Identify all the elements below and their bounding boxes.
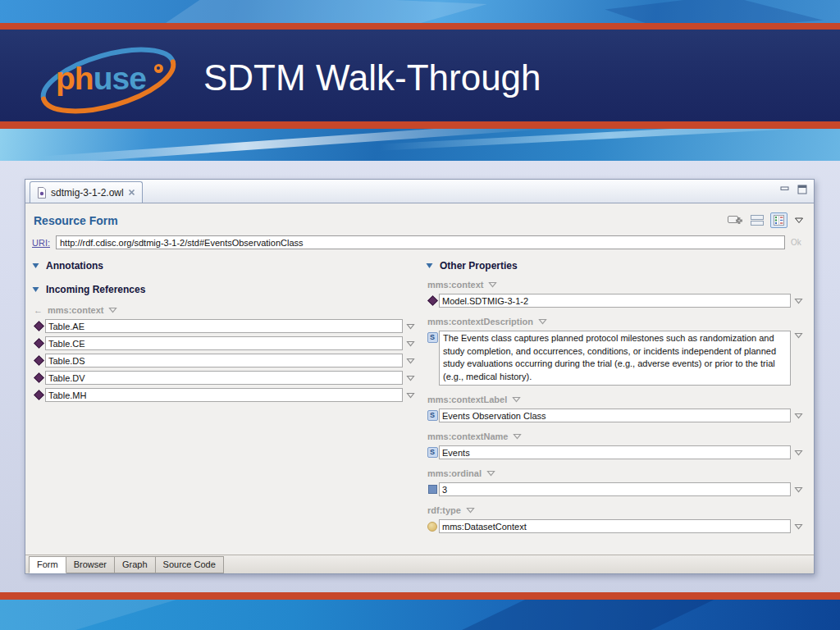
section-annotations[interactable]: Annotations (32, 260, 418, 272)
resource-form-panel: Resource Form (25, 203, 814, 573)
minimize-icon[interactable] (780, 185, 790, 194)
toolbar-dropdown-icon[interactable] (794, 217, 804, 224)
integer-type-icon (426, 485, 439, 494)
property-value-row (426, 519, 806, 533)
slide: phuse SDTM Walk-Through sdtmig-3-1-2.owl (0, 0, 840, 630)
phuse-logo: phuse (34, 41, 182, 120)
context-input[interactable] (439, 294, 791, 308)
property-label: mms:contextName (427, 431, 508, 441)
tab-form[interactable]: Form (29, 556, 66, 573)
property-group-context-description: mms:contextDescription S The Events clas… (426, 317, 806, 386)
section-collapse-icon (426, 262, 433, 269)
property-value-row (426, 294, 806, 308)
property-menu-icon[interactable] (513, 433, 522, 440)
context-description-textarea[interactable]: The Events class captures planned protoc… (439, 331, 791, 386)
add-widget-icon[interactable] (728, 214, 744, 226)
resource-diamond-icon (32, 340, 45, 347)
resource-diamond-icon (426, 297, 439, 304)
uri-ok-button[interactable]: Ok (791, 238, 804, 247)
incoming-property-label: mms:context (48, 305, 103, 315)
title-band: phuse SDTM Walk-Through (0, 30, 840, 121)
field-menu-icon[interactable] (406, 340, 415, 347)
property-menu-icon[interactable] (486, 470, 495, 477)
property-group-context-name: mms:contextName S (426, 431, 806, 459)
stacked-rows-icon[interactable] (751, 214, 764, 226)
field-menu-icon[interactable] (406, 323, 415, 330)
property-label-row: mms:contextLabel (427, 395, 806, 404)
orange-stripe-mid (0, 121, 840, 129)
context-label-input[interactable] (439, 409, 791, 422)
tab-source-code[interactable]: Source Code (155, 556, 224, 573)
property-menu-icon[interactable] (488, 281, 497, 288)
section-collapse-icon (32, 262, 39, 269)
resource-diamond-icon (32, 322, 45, 330)
field-menu-icon[interactable] (794, 523, 803, 530)
string-type-icon: S (426, 332, 439, 343)
reference-input[interactable] (45, 371, 403, 385)
resource-diamond-icon (32, 391, 45, 399)
property-group-ordinal: mms:ordinal (426, 468, 806, 496)
field-menu-icon[interactable] (794, 298, 803, 304)
reference-row (32, 388, 418, 402)
logo-dot-icon (154, 64, 163, 73)
resource-diamond-icon (32, 374, 45, 381)
property-label: mms:contextLabel (427, 395, 507, 404)
property-value-row: S The Events class captures planned prot… (426, 331, 806, 386)
form-header: Resource Form (34, 212, 804, 228)
reference-input[interactable] (45, 336, 403, 350)
field-menu-icon[interactable] (406, 358, 415, 364)
section-incoming-label: Incoming References (46, 284, 145, 295)
reference-row (32, 371, 418, 385)
property-group-context: mms:context (426, 280, 806, 308)
maximize-icon[interactable] (797, 185, 807, 194)
editor-window: sdtmig-3-1-2.owl Resource Form (25, 179, 815, 574)
property-menu-icon[interactable] (466, 507, 475, 514)
resource-diamond-icon (32, 357, 45, 364)
context-name-input[interactable] (439, 445, 791, 459)
slide-title: SDTM Walk-Through (203, 57, 541, 98)
property-label: mms:ordinal (427, 468, 482, 478)
property-label: rdf:type (427, 505, 461, 515)
tab-close-icon[interactable] (128, 189, 135, 196)
tab-graph[interactable]: Graph (114, 556, 156, 573)
field-menu-icon[interactable] (794, 332, 803, 339)
property-label-row: mms:contextName (427, 431, 806, 441)
reference-input[interactable] (45, 354, 403, 368)
field-menu-icon[interactable] (794, 486, 803, 493)
editor-tab-label: sdtmig-3-1-2.owl (51, 187, 124, 199)
uri-link[interactable]: URI: (32, 238, 50, 248)
string-type-icon: S (426, 447, 439, 458)
logo-ph: ph (56, 61, 94, 96)
incoming-context-property: ← mms:context (34, 305, 418, 315)
editor-tab-sdtmig[interactable]: sdtmig-3-1-2.owl (30, 181, 143, 203)
reference-input[interactable] (45, 388, 403, 402)
ordinal-input[interactable] (439, 482, 791, 496)
property-label-row: mms:ordinal (427, 468, 806, 478)
property-menu-icon[interactable] (512, 396, 521, 403)
section-incoming-references[interactable]: Incoming References (32, 284, 418, 295)
form-layout-toggle[interactable] (770, 212, 788, 228)
orange-stripe-bottom (0, 592, 840, 600)
property-menu-icon[interactable] (538, 318, 547, 325)
reference-input[interactable] (45, 319, 403, 333)
incoming-arrow-icon: ← (34, 305, 43, 315)
property-group-context-label: mms:contextLabel S (426, 395, 806, 422)
section-other-properties[interactable]: Other Properties (426, 260, 806, 272)
rdf-type-input[interactable] (439, 519, 791, 533)
owl-file-icon (37, 187, 47, 199)
field-menu-icon[interactable] (406, 392, 415, 399)
logo-use: use (94, 61, 146, 96)
property-menu-icon[interactable] (108, 307, 117, 313)
tab-browser[interactable]: Browser (66, 556, 115, 573)
property-value-row: S (426, 445, 806, 459)
uri-input[interactable] (56, 235, 785, 249)
property-label-row: mms:context (427, 280, 806, 290)
right-column: Other Properties mms:context (426, 260, 806, 542)
field-menu-icon[interactable] (794, 413, 803, 419)
section-other-label: Other Properties (440, 260, 518, 272)
field-menu-icon[interactable] (406, 375, 415, 381)
field-menu-icon[interactable] (794, 450, 803, 456)
form-toolbar (728, 212, 804, 228)
blue-texture-band (0, 129, 840, 161)
property-value-row: S (426, 409, 806, 422)
